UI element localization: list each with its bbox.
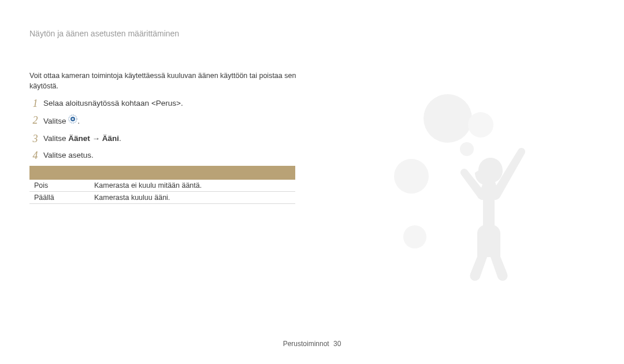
options-table: Pois Kamerasta ei kuulu mitään ääntä. Pä…: [29, 166, 295, 204]
step-text: Valitse Äänet → Ääni.: [43, 133, 324, 144]
step-number: 4: [29, 150, 41, 161]
decorative-silhouette: [381, 87, 555, 283]
manual-page: Näytön ja äänen asetusten määrittäminen …: [0, 0, 624, 364]
footer-page-number: 30: [333, 340, 341, 348]
step-3-opt-b: Äänet: [68, 134, 90, 143]
step-2: 2 Valitse .: [29, 115, 324, 128]
table-row: Päällä Kamerasta kuuluu ääni.: [29, 191, 295, 203]
step-2-part-b: .: [77, 116, 80, 125]
step-4: 4 Valitse asetus.: [29, 150, 324, 161]
step-3-part-a: Valitse: [43, 134, 68, 143]
step-1-part-c: .: [181, 99, 183, 107]
svg-point-7: [460, 142, 474, 156]
arrow-right-icon: →: [90, 134, 102, 143]
page-header-title: Näytön ja äänen asetusten määrittäminen: [29, 29, 179, 38]
step-text: Valitse asetus.: [43, 150, 324, 161]
step-1: 1 Selaa aloitusnäytössä kohtaan <Perus>.: [29, 98, 324, 109]
step-2-part-a: Valitse: [43, 116, 68, 125]
step-text: Valitse .: [43, 115, 324, 128]
step-1-part-a: Selaa aloitusnäytössä kohtaan: [43, 99, 151, 107]
table-header-row: [29, 166, 295, 180]
settings-gear-icon: [68, 114, 77, 127]
step-1-emphasis: <Perus>: [151, 99, 181, 107]
main-content: Voit ottaa kameran toimintoja käytettäes…: [29, 71, 324, 204]
step-number: 2: [29, 115, 41, 125]
table-row: Pois Kamerasta ei kuulu mitään ääntä.: [29, 180, 295, 192]
step-number: 1: [29, 98, 41, 109]
option-name: Päällä: [29, 191, 90, 203]
step-3-opt-c: Ääni: [102, 134, 119, 143]
svg-point-5: [394, 159, 429, 194]
svg-point-2: [72, 118, 74, 120]
option-name: Pois: [29, 180, 90, 192]
step-3: 3 Valitse Äänet → Ääni.: [29, 133, 324, 144]
option-desc: Kamerasta ei kuulu mitään ääntä.: [90, 180, 295, 192]
step-3-part-d: .: [119, 134, 121, 143]
svg-point-6: [403, 225, 426, 248]
step-list: 1 Selaa aloitusnäytössä kohtaan <Perus>.…: [29, 98, 324, 161]
svg-point-4: [468, 112, 493, 138]
page-footer: Perustoiminnot 30: [0, 340, 624, 348]
step-number: 3: [29, 133, 41, 144]
svg-point-3: [424, 94, 472, 143]
intro-text: Voit ottaa kameran toimintoja käytettäes…: [29, 71, 324, 91]
step-text: Selaa aloitusnäytössä kohtaan <Perus>.: [43, 98, 324, 109]
footer-section: Perustoiminnot: [283, 340, 329, 348]
option-desc: Kamerasta kuuluu ääni.: [90, 191, 295, 203]
